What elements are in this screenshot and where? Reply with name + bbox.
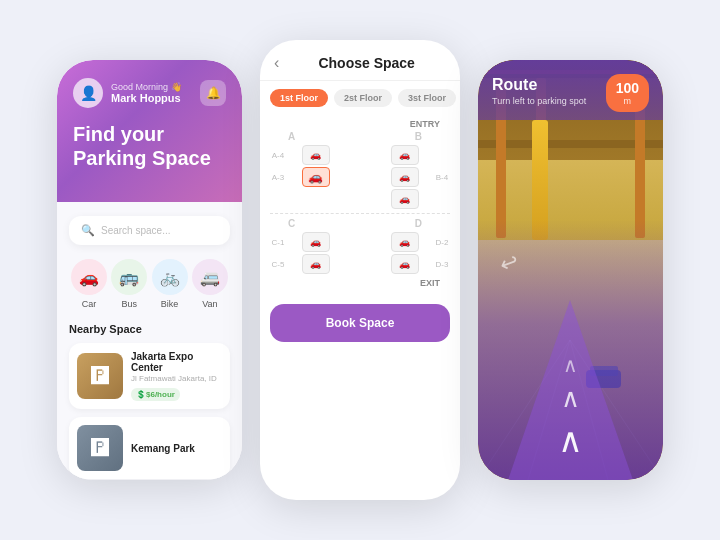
section-divider (270, 213, 450, 214)
category-bike[interactable]: 🚲 Bike (152, 259, 188, 309)
row-label-d3: D-3 (434, 260, 450, 269)
jakarta-name: Jakarta Expo Center (131, 351, 222, 373)
car-icon-d3: 🚗 (399, 259, 410, 269)
category-car-label: Car (82, 299, 97, 309)
nav-arrow-large: ∧ (558, 420, 583, 460)
choose-space-header: ‹ Choose Space (260, 40, 460, 81)
car-icon-c5: 🚗 (310, 259, 321, 269)
category-car[interactable]: 🚗 Car (71, 259, 107, 309)
col-label-c: C (288, 218, 295, 229)
user-name: Mark Hoppus (111, 92, 200, 104)
floor-tab-2[interactable]: 2st Floor (334, 89, 392, 107)
space-d3[interactable]: 🚗 (391, 254, 419, 274)
exit-label: EXIT (270, 278, 450, 288)
book-space-button[interactable]: Book Space (270, 304, 450, 342)
category-bus[interactable]: 🚌 Bus (111, 259, 147, 309)
search-icon: 🔍 (81, 224, 95, 237)
hero-title-line1: Find your (73, 122, 226, 146)
row-label-d2: D-2 (434, 238, 450, 247)
space-b[interactable]: 🚗 (391, 145, 419, 165)
nearby-card-kemang[interactable]: 🅿 Kemang Park (69, 417, 230, 479)
nav-arrow-small-1: ∧ (563, 353, 578, 377)
car-icon-d2: 🚗 (399, 237, 410, 247)
row-label-c1: C-1 (270, 238, 286, 247)
search-bar[interactable]: 🔍 Search space... (69, 216, 230, 245)
car-icon-a3b: 🚗 (399, 194, 410, 204)
car-icon-a4: 🚗 (310, 150, 321, 160)
bell-icon: 🔔 (206, 86, 221, 100)
entry-label: ENTRY (270, 119, 450, 129)
row-label-c5: C-5 (270, 260, 286, 269)
parking-grid: ENTRY A B A-4 🚗 🚗 A-3 🚗 🚗 B-4 🚗 (260, 115, 460, 296)
col-label-d: D (415, 218, 422, 229)
car-icon: 🚗 (71, 259, 107, 295)
parking-row-c1: C-1 🚗 🚗 D-2 (270, 232, 450, 252)
avatar: 👤 (73, 78, 103, 108)
phone-2: ‹ Choose Space 1st Floor 2st Floor 3st F… (260, 40, 460, 500)
route-distance-badge: 100 m (606, 74, 649, 112)
phone-1: 👤 Good Morning 👋 Mark Hoppus 🔔 Find your… (57, 60, 242, 480)
floor-tab-3[interactable]: 3st Floor (398, 89, 456, 107)
jakarta-address: Jl Fatmawati Jakarta, ID (131, 374, 222, 383)
jakarta-thumbnail: 🅿 (77, 353, 123, 399)
distance-number: 100 (616, 80, 639, 96)
bus-icon: 🚌 (111, 259, 147, 295)
space-a4[interactable]: 🚗 (302, 145, 330, 165)
category-row: 🚗 Car 🚌 Bus 🚲 Bike 🚐 Van (69, 259, 230, 309)
col-label-b: B (415, 131, 422, 142)
distance-unit: m (616, 96, 639, 106)
nearby-section-title: Nearby Space (69, 323, 230, 335)
space-d2[interactable]: 🚗 (391, 232, 419, 252)
route-screen: ↩ Route Turn left to parking spot 100 m … (478, 60, 663, 480)
category-van-label: Van (202, 299, 217, 309)
van-icon: 🚐 (192, 259, 228, 295)
floor-tabs: 1st Floor 2st Floor 3st Floor 4st Fl (260, 81, 460, 115)
car-icon-c1: 🚗 (310, 237, 321, 247)
search-placeholder: Search space... (101, 225, 170, 236)
parking-row-c5: C-5 🚗 🚗 D-3 (270, 254, 450, 274)
nav-arrow-medium: ∧ (561, 383, 580, 414)
jakarta-info: Jakarta Expo Center Jl Fatmawati Jakarta… (131, 351, 222, 401)
selected-car-icon: 🚗 (308, 170, 323, 184)
kemang-info: Kemang Park (131, 443, 222, 454)
back-button[interactable]: ‹ (274, 54, 279, 72)
space-a3-selected[interactable]: 🚗 (302, 167, 330, 187)
row-label-b4: B-4 (434, 173, 450, 182)
space-b4[interactable]: 🚗 (391, 167, 419, 187)
choose-space-title: Choose Space (287, 55, 446, 71)
car-icon-b4: 🚗 (399, 172, 410, 182)
parking-row-a3: A-3 🚗 🚗 B-4 (270, 167, 450, 187)
category-bus-label: Bus (122, 299, 138, 309)
category-bike-label: Bike (161, 299, 179, 309)
category-van[interactable]: 🚐 Van (192, 259, 228, 309)
nav-arrows-container: ∧ ∧ ∧ (478, 353, 663, 460)
nearby-card-jakarta[interactable]: 🅿 Jakarta Expo Center Jl Fatmawati Jakar… (69, 343, 230, 409)
greeting-text: Good Morning 👋 (111, 82, 200, 92)
parking-row-a4: A-4 🚗 🚗 (270, 145, 450, 165)
bike-icon: 🚲 (152, 259, 188, 295)
car-icon-b: 🚗 (399, 150, 410, 160)
space-c1[interactable]: 🚗 (302, 232, 330, 252)
kemang-name: Kemang Park (131, 443, 222, 454)
notification-button[interactable]: 🔔 (200, 80, 226, 106)
space-c5[interactable]: 🚗 (302, 254, 330, 274)
row-label-a3: A-3 (270, 173, 286, 182)
floor-tab-1[interactable]: 1st Floor (270, 89, 328, 107)
row-label-a4: A-4 (270, 151, 286, 160)
phone-3: ↩ Route Turn left to parking spot 100 m … (478, 60, 663, 480)
col-label-a: A (288, 131, 295, 142)
parking-row-a3b: 🚗 (270, 189, 450, 209)
hero-title-line2: Parking Space (73, 146, 226, 170)
jakarta-price: 💲$6/hour (131, 388, 180, 401)
kemang-thumbnail: 🅿 (77, 425, 123, 471)
space-a3b[interactable]: 🚗 (391, 189, 419, 209)
